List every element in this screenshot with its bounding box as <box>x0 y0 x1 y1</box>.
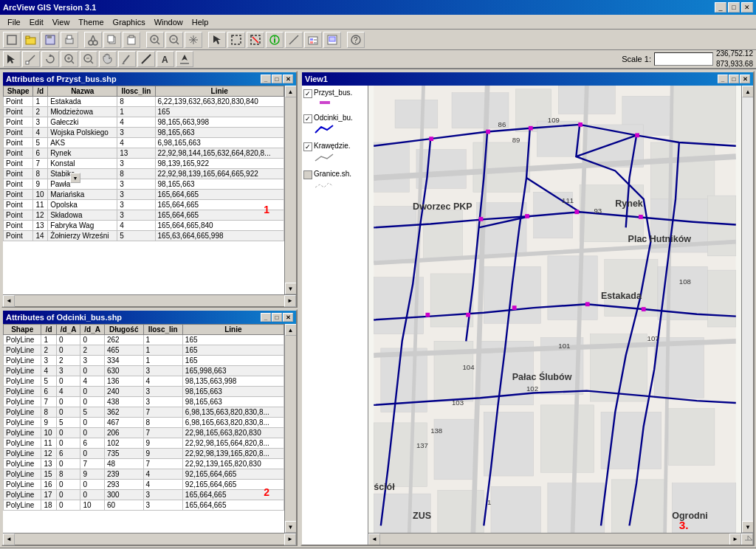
map-scrollbar-h[interactable]: ◄ ► <box>368 533 753 545</box>
scroll-up-btn2[interactable]: ▲ <box>285 324 297 336</box>
scroll-right-btn2[interactable]: ► <box>284 534 296 545</box>
table-row: PolyLine504136498,135,663,998 <box>4 376 284 387</box>
col-linie2: Linie <box>182 325 284 335</box>
tool-print[interactable] <box>61 32 78 48</box>
attr-przyst-scrollbar-v[interactable]: ▲ ▼ <box>284 86 296 294</box>
toc-check-krawedzie[interactable]: ✓ <box>303 142 312 151</box>
menu-file[interactable]: File <box>3 16 25 28</box>
svg-line-52 <box>142 55 151 63</box>
toc-info-odcinki: Odcinki_bu. <box>314 114 366 136</box>
main-area: Attributes of Przyst_bus.shp _ □ ✕ Shape… <box>0 69 756 548</box>
tool-vertex-select[interactable] <box>22 51 40 67</box>
view-minimize[interactable]: _ <box>718 75 728 83</box>
scroll-up-btn[interactable]: ▲ <box>285 86 297 97</box>
tool-hand[interactable] <box>99 51 117 67</box>
close-btn[interactable]: ✕ <box>741 2 753 13</box>
menu-edit[interactable]: Edit <box>25 16 48 28</box>
tool-rotate[interactable] <box>41 51 59 67</box>
tool-zoom-minus[interactable] <box>80 51 97 67</box>
svg-line-9 <box>91 35 93 41</box>
tool-pan[interactable] <box>185 32 202 48</box>
map-vtrack[interactable] <box>742 97 753 521</box>
scale-input[interactable] <box>654 52 713 66</box>
attr-odcinki-controls[interactable]: _ □ ✕ <box>261 313 293 322</box>
tool-pencil[interactable] <box>118 51 136 67</box>
menu-view[interactable]: View <box>48 16 75 28</box>
minimize-btn[interactable]: _ <box>715 2 726 13</box>
tool-zoom-out[interactable] <box>165 32 183 48</box>
svg-text:A: A <box>162 55 168 65</box>
tool-measure[interactable] <box>285 32 303 48</box>
col-id-a: /d_A <box>56 325 80 335</box>
svg-rect-108 <box>429 137 433 141</box>
map-scroll-up[interactable]: ▲ <box>742 86 753 97</box>
label-dworzec: Dworzec PKP <box>413 201 472 212</box>
attr-odcinki-close[interactable]: ✕ <box>283 313 293 322</box>
tool-select-all[interactable] <box>227 32 245 48</box>
col-ilosc: Ilosc_lin <box>117 86 155 97</box>
tool-help[interactable]: ? <box>347 32 365 48</box>
tool-identify[interactable] <box>266 32 284 48</box>
svg-line-50 <box>123 55 129 63</box>
tool-cut[interactable] <box>84 32 102 48</box>
attr-odcinki-scrollbar-h[interactable]: ◄ ► <box>3 533 296 545</box>
svg-marker-40 <box>7 55 15 63</box>
tool-open[interactable] <box>22 32 40 48</box>
route-num-137: 137 <box>416 441 428 449</box>
menu-graphics[interactable]: Graphics <box>109 16 150 28</box>
tool-layout[interactable] <box>323 32 341 48</box>
map-scroll-down[interactable]: ▼ <box>742 521 753 533</box>
map-scroll-left[interactable]: ◄ <box>368 534 380 545</box>
attr-odcinki-maximize[interactable]: □ <box>272 313 282 322</box>
toc-check-granice[interactable] <box>303 170 312 179</box>
tool-legend[interactable] <box>304 32 322 48</box>
svg-rect-118 <box>512 305 517 310</box>
tool-new[interactable] <box>3 32 21 48</box>
menu-window[interactable]: Window <box>150 16 188 28</box>
tool-zoom-map[interactable] <box>61 51 78 67</box>
view-maximize[interactable]: □ <box>729 75 739 83</box>
toc-label-granice: Granice.sh. <box>314 170 366 179</box>
tool-zoom-in[interactable] <box>146 32 164 48</box>
scroll-right-btn[interactable]: ► <box>284 295 296 307</box>
attr-przyst-controls[interactable]: _ □ ✕ <box>261 75 293 83</box>
scroll-down-btn[interactable]: ▼ <box>285 283 297 294</box>
menu-theme[interactable]: Theme <box>74 16 108 28</box>
tool-clear-sel[interactable] <box>247 32 264 48</box>
toc-check-przyst[interactable]: ✓ <box>303 89 312 98</box>
attr-przyst-minimize[interactable]: _ <box>261 75 271 83</box>
maximize-btn[interactable]: □ <box>728 2 740 13</box>
attr-przyst-close[interactable]: ✕ <box>283 75 293 83</box>
title-bar-controls[interactable]: _ □ ✕ <box>715 2 753 13</box>
map-scroll-right[interactable]: ► <box>729 534 741 545</box>
attr-title-odcinki: Attributes of Odcinki_bus.shp _ □ ✕ <box>3 311 296 324</box>
view-controls[interactable]: _ □ ✕ <box>718 75 750 83</box>
coords-display: 236,752.12 873,933.68 <box>716 49 753 69</box>
map-canvas[interactable]: 109 86 89 111 93 107 108 104 103 101 102 <box>368 86 741 533</box>
svg-rect-6 <box>67 35 72 39</box>
tool-paste[interactable] <box>123 32 140 48</box>
scroll-down-btn2[interactable]: ▼ <box>285 521 297 533</box>
attr-przyst-scrollbar-h[interactable]: ◄ ► <box>3 294 296 306</box>
tool-select-feature[interactable] <box>208 32 226 48</box>
toc-info-przyst: Przyst_bus. <box>314 89 366 108</box>
tool-arrow[interactable] <box>3 51 21 67</box>
tool-pointer[interactable] <box>176 51 193 67</box>
svg-rect-69 <box>374 207 416 263</box>
map-scrollbar-v[interactable]: ▲ ▼ <box>741 86 753 533</box>
tool-line[interactable] <box>137 51 155 67</box>
attr-odcinki-minimize[interactable]: _ <box>261 313 271 322</box>
toc-check-odcinki[interactable]: ✓ <box>303 114 312 123</box>
scroll-left-btn[interactable]: ◄ <box>3 295 15 307</box>
attr-odcinki-table-container: Shape /d /d_A /d_A Długość Ilosc_lin Lin… <box>3 324 284 533</box>
menu-help[interactable]: Help <box>188 16 213 28</box>
scroll-left-btn2[interactable]: ◄ <box>3 534 15 545</box>
attr-odcinki-content: Shape /d /d_A /d_A Długość Ilosc_lin Lin… <box>3 324 296 533</box>
tool-text[interactable]: A <box>157 51 174 67</box>
attr-przyst-maximize[interactable]: □ <box>272 75 282 83</box>
view-close[interactable]: ✕ <box>740 75 750 83</box>
tool-copy[interactable] <box>103 32 121 48</box>
tool-save[interactable] <box>41 32 59 48</box>
attr-odcinki-scrollbar-v[interactable]: ▲ ▼ <box>284 324 296 533</box>
svg-rect-117 <box>466 313 470 317</box>
